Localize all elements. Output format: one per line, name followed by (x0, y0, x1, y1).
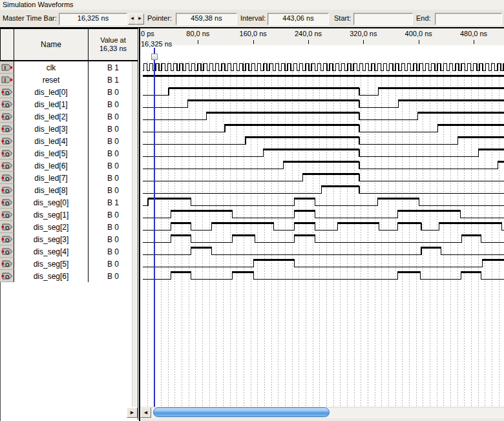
pin-icon-cell: O (0, 159, 14, 172)
input-pin-icon: I (1, 63, 13, 72)
signal-row[interactable]: Odis_led[2]B 0 (0, 110, 138, 123)
pin-icon-cell: O (0, 135, 14, 147)
start-field[interactable] (353, 13, 413, 25)
output-pin-icon: O (1, 211, 13, 219)
name-value-divider (88, 61, 89, 282)
window-titlebar: Simulation Waveforms (0, 0, 504, 10)
signal-name: dis_seg[1] (14, 209, 88, 221)
signal-row[interactable]: Odis_led[1]B 0 (0, 98, 138, 110)
ruler-tick-label: 240,0 ns (289, 30, 328, 37)
output-pin-icon: O (1, 100, 13, 108)
pin-icon-cell: I (0, 74, 14, 86)
ruler-tick-mark (308, 40, 309, 44)
interval-label: Interval: (240, 14, 266, 22)
svg-text:O: O (5, 187, 10, 194)
svg-text:O: O (5, 273, 10, 280)
output-pin-icon: O (1, 137, 13, 145)
scrollbar-left-arrow-button[interactable]: ◀ (140, 407, 151, 418)
signal-row[interactable]: Odis_led[5]B 0 (0, 147, 138, 159)
master-time-spin-right-button[interactable]: ▶ (136, 14, 144, 25)
signal-value: B 0 (88, 258, 138, 270)
ruler-tick-mark (419, 40, 419, 44)
pin-icon-cell: O (0, 221, 14, 233)
output-pin-icon: O (1, 174, 13, 182)
signal-row[interactable]: Odis_seg[6]B 0 (0, 270, 138, 282)
svg-text:O: O (5, 212, 10, 218)
signal-value: B 1 (88, 61, 138, 74)
pin-icon-cell: O (0, 147, 14, 159)
signal-value: B 1 (88, 74, 138, 86)
signal-row[interactable]: Odis_seg[1]B 0 (0, 209, 138, 221)
output-pin-icon: O (1, 161, 13, 170)
signal-value: B 1 (88, 196, 138, 209)
svg-text:O: O (5, 200, 10, 206)
master-time-bar-label: Master Time Bar: (3, 14, 57, 22)
output-pin-icon: O (1, 198, 13, 207)
end-label: End: (416, 14, 431, 22)
signal-value: B 0 (88, 147, 138, 159)
signal-row[interactable]: Odis_led[8]B 0 (0, 184, 138, 196)
signal-value: B 0 (88, 245, 138, 258)
time-cursor-handle[interactable] (151, 54, 158, 60)
name-panel-vertical-scrollbar[interactable] (132, 61, 138, 407)
svg-text:I: I (4, 77, 6, 83)
signal-row[interactable]: Odis_seg[5]B 0 (0, 258, 138, 270)
signal-name: dis_led[7] (14, 172, 88, 184)
start-label: Start: (334, 14, 351, 22)
pin-icon-cell: O (0, 172, 14, 184)
output-pin-icon: O (1, 88, 13, 96)
signal-row[interactable]: Odis_led[3]B 0 (0, 123, 138, 135)
pin-icon-cell: I (0, 61, 14, 74)
pin-icon-cell: O (0, 184, 14, 196)
master-time-bar-field[interactable]: 16,325 ns (59, 13, 127, 25)
output-pin-icon: O (1, 235, 13, 243)
signal-value: B 0 (88, 98, 138, 110)
pointer-label: Pointer: (147, 14, 172, 22)
time-toolbar: Master Time Bar: 16,325 ns ◀ ▶ Pointer: … (0, 10, 504, 27)
signal-row[interactable]: Odis_led[4]B 0 (0, 135, 138, 147)
signal-row[interactable]: Odis_led[7]B 0 (0, 172, 138, 184)
signal-value: B 0 (88, 86, 138, 98)
column-header-icon (0, 28, 14, 61)
signal-row[interactable]: Odis_seg[3]B 0 (0, 233, 138, 245)
signal-name: reset (14, 74, 88, 86)
signal-name: dis_led[5] (14, 147, 88, 159)
signal-row[interactable]: IclkB 1 (0, 61, 138, 74)
window-title: Simulation Waveforms (3, 1, 74, 8)
pin-icon-cell: O (0, 123, 14, 135)
signal-row[interactable]: IresetB 1 (0, 74, 138, 86)
svg-text:O: O (5, 175, 10, 181)
signal-name: dis_led[2] (14, 110, 88, 123)
svg-text:O: O (5, 150, 10, 157)
svg-text:O: O (5, 138, 10, 145)
scrollbar-thumb[interactable] (153, 407, 330, 417)
svg-text:O: O (5, 114, 10, 120)
signal-name: dis_led[0] (14, 86, 88, 98)
signal-row[interactable]: Odis_seg[4]B 0 (0, 245, 138, 258)
ruler-tick-label: 80,0 ns (178, 30, 217, 37)
signal-name: dis_led[1] (14, 98, 88, 110)
signal-value: B 0 (88, 270, 138, 282)
signal-value: B 0 (88, 184, 138, 196)
signal-value: B 0 (88, 135, 138, 147)
signal-name: dis_seg[3] (14, 233, 88, 245)
end-field[interactable] (435, 13, 502, 25)
svg-text:I: I (4, 65, 6, 71)
waveform-canvas[interactable] (140, 61, 504, 407)
name-panel-scroll-right-button[interactable]: ▶ (127, 407, 138, 418)
signal-row[interactable]: Odis_led[0]B 0 (0, 86, 138, 98)
signal-row[interactable]: Odis_seg[2]B 0 (0, 221, 138, 233)
signal-value: B 0 (88, 172, 138, 184)
signal-name: clk (14, 61, 88, 74)
signal-value: B 0 (88, 110, 138, 123)
signal-row[interactable]: Odis_led[6]B 0 (0, 159, 138, 172)
signal-value: B 0 (88, 159, 138, 172)
output-pin-icon: O (1, 149, 13, 158)
signal-row[interactable]: Odis_seg[0]B 1 (0, 196, 138, 209)
input-pin-icon: I (1, 76, 13, 84)
svg-text:O: O (5, 224, 10, 231)
output-pin-icon: O (1, 112, 13, 121)
signal-value: B 0 (88, 233, 138, 245)
master-time-cursor-label: 16,325 ns (141, 40, 172, 48)
time-cursor-line (154, 48, 155, 407)
